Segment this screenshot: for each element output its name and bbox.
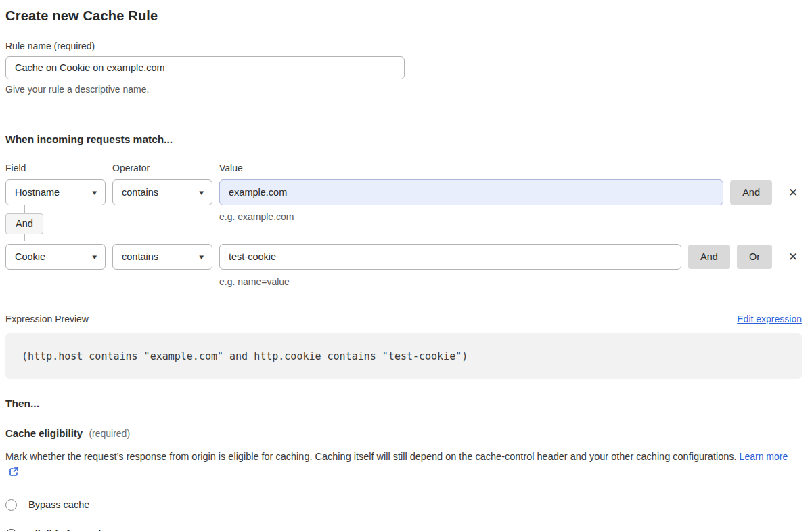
value-hint: e.g. example.com <box>219 211 294 222</box>
or-condition-button[interactable]: Or <box>737 245 772 269</box>
connector-line <box>24 234 25 241</box>
and-condition-button[interactable]: And <box>688 245 730 269</box>
operator-select[interactable]: contains ▾ <box>112 244 212 270</box>
value-input[interactable] <box>219 179 723 205</box>
operator-select-value: contains <box>122 187 158 198</box>
operator-select[interactable]: contains ▾ <box>112 179 212 205</box>
create-cache-rule-form: Create new Cache Rule Rule name (require… <box>0 0 812 531</box>
match-heading: When incoming requests match... <box>5 133 802 146</box>
chevron-down-icon: ▾ <box>200 188 204 197</box>
edit-expression-link[interactable]: Edit expression <box>737 314 802 324</box>
chevron-down-icon: ▾ <box>200 253 204 261</box>
condition-connector-zone: And e.g. example.com <box>5 205 802 244</box>
operator-select-value: contains <box>122 251 158 262</box>
value-input[interactable] <box>219 244 681 270</box>
then-heading: Then... <box>5 398 802 410</box>
value-hint: e.g. name=value <box>219 276 802 287</box>
expression-code: (http.host contains "example.com" and ht… <box>22 350 468 362</box>
remove-condition-icon[interactable]: ✕ <box>784 179 802 205</box>
radio-option-bypass-cache[interactable]: Bypass cache <box>5 499 802 511</box>
radio-label: Bypass cache <box>28 499 89 510</box>
rule-name-section: Rule name (required) Give your rule a de… <box>5 41 802 95</box>
field-select[interactable]: Cookie ▾ <box>5 244 106 270</box>
cache-eligibility-heading: Cache eligibility (required) <box>5 427 802 439</box>
field-select-value: Hostname <box>15 187 60 198</box>
and-condition-button[interactable]: And <box>730 180 772 205</box>
section-divider <box>5 116 802 116</box>
cache-eligibility-description: Mark whether the request’s response from… <box>5 449 802 481</box>
rule-name-label: Rule name (required) <box>5 41 802 51</box>
rule-name-input[interactable] <box>5 56 405 79</box>
value-column-label: Value <box>219 163 802 173</box>
page-title: Create new Cache Rule <box>5 8 802 24</box>
field-select-value: Cookie <box>15 251 45 262</box>
rule-name-helper: Give your rule a descriptive name. <box>5 84 802 95</box>
field-column-label: Field <box>5 163 106 173</box>
connector-line <box>24 205 25 213</box>
radio-button-icon[interactable] <box>5 499 17 511</box>
expression-preview-header: Expression Preview Edit expression <box>5 314 802 324</box>
required-badge: (required) <box>89 428 130 439</box>
condition-row: Cookie ▾ contains ▾ And Or ✕ <box>5 244 802 270</box>
learn-more-link[interactable]: Learn more <box>740 451 788 462</box>
chevron-down-icon: ▾ <box>93 188 97 197</box>
description-text: Mark whether the request’s response from… <box>5 451 737 462</box>
expression-preview-label: Expression Preview <box>5 314 89 324</box>
condition-column-headers: Field Operator Value <box>5 163 802 173</box>
chevron-down-icon: ▾ <box>93 253 97 261</box>
external-link-icon <box>9 467 19 477</box>
operator-column-label: Operator <box>112 163 212 173</box>
cache-eligibility-title: Cache eligibility <box>5 427 83 439</box>
condition-row: Hostname ▾ contains ▾ And ✕ <box>5 179 802 205</box>
remove-condition-icon[interactable]: ✕ <box>784 244 802 270</box>
expression-preview-box: (http.host contains "example.com" and ht… <box>5 333 802 379</box>
field-select[interactable]: Hostname ▾ <box>5 179 106 205</box>
and-connector-chip[interactable]: And <box>5 213 43 234</box>
